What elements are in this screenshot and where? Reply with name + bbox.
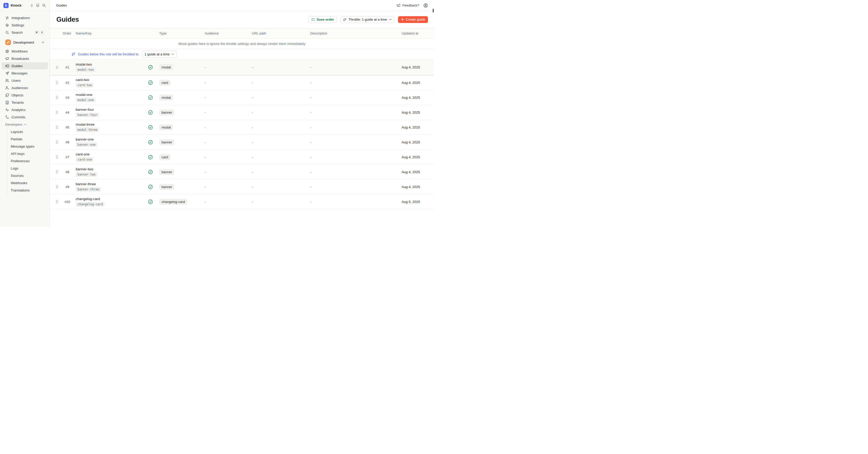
drag-handle[interactable] (50, 81, 61, 85)
guide-row[interactable]: #10 changelog-card changelog-card change… (50, 194, 434, 209)
guide-type-cell: card (158, 80, 203, 86)
drag-handle[interactable] (50, 155, 61, 159)
guide-type-badge: banner (159, 139, 174, 145)
guide-row[interactable]: #2 card-two card-two card - - - Aug 4, 2… (50, 75, 434, 90)
guide-row[interactable]: #9 banner-three banner-three banner - - … (50, 179, 434, 194)
guide-updated-at: Aug 4, 2025 (400, 170, 434, 174)
drag-handle[interactable] (50, 95, 61, 100)
sidebar-item-logs[interactable]: Logs (7, 165, 50, 172)
guide-type-cell: banner (158, 109, 203, 115)
column-header-order: Order (61, 31, 73, 35)
throttle-dropdown-button[interactable]: Throttle: 1 guide at a time (340, 16, 394, 23)
drag-handle[interactable] (50, 110, 61, 114)
guide-status-cell (143, 170, 158, 174)
workspace-header: k Knock (0, 0, 50, 11)
drag-handle[interactable] (50, 170, 61, 174)
guide-updated-at: Aug 4, 2025 (400, 140, 434, 144)
search-icon[interactable] (42, 3, 46, 7)
drag-dots-icon (55, 155, 59, 159)
guide-order: #9 (61, 185, 73, 189)
breadcrumb: Guides (56, 3, 396, 7)
users-icon (5, 79, 9, 83)
feedback-button[interactable]: Feedback? (396, 3, 419, 7)
guide-name: card-two (76, 78, 89, 82)
sidebar-item-audiences[interactable]: Audiences (2, 84, 48, 91)
gear-icon (5, 23, 9, 27)
sidebar-item-tenants[interactable]: Tenants (2, 99, 48, 106)
sidebar-item-guides[interactable]: Guides (2, 62, 48, 69)
developers-subnav: Layouts Partials Message types API keys … (7, 128, 50, 194)
chevron-down-icon (172, 53, 174, 55)
create-guide-button[interactable]: Create guide (398, 16, 428, 23)
sidebar-item-sources[interactable]: Sources (7, 172, 50, 179)
column-header-type: Type (158, 31, 203, 35)
guide-name-cell: card-two card-two (73, 78, 143, 87)
guide-type-badge: banner (159, 169, 174, 175)
developers-section-toggle[interactable]: Developers (0, 121, 50, 128)
sidebar-item-settings[interactable]: Settings (2, 22, 48, 29)
guide-name-cell: card-one card-one (73, 152, 143, 162)
throttle-divider-label: Guides below this row will be throttled … (78, 52, 138, 56)
drag-handle[interactable] (50, 185, 61, 189)
guide-key-badge: banner-two (76, 172, 97, 177)
sidebar-item-search[interactable]: Search ⌘ K (2, 29, 48, 36)
sidebar-item-commits[interactable]: Commits (2, 113, 48, 121)
guide-order: #10 (61, 200, 73, 204)
sidebar-item-api-keys[interactable]: API keys (7, 150, 50, 157)
guide-type-cell: modal (158, 64, 203, 70)
sidebar-item-analytics[interactable]: Analytics (2, 106, 48, 113)
guide-row[interactable]: #7 card-one card-one card - - - Aug 4, 2… (50, 150, 434, 165)
drag-dots-icon (55, 170, 59, 174)
guide-order: #8 (61, 170, 73, 174)
topbar: Guides Feedback? (50, 0, 434, 11)
guide-type-badge: banner (159, 109, 174, 115)
user-avatar-icon[interactable] (423, 3, 428, 8)
environment-switcher[interactable]: Development (2, 38, 48, 47)
guide-description: - (308, 81, 400, 85)
guide-order: #3 (61, 95, 73, 100)
sidebar-item-broadcasts[interactable]: Broadcasts (2, 55, 48, 62)
guide-type-cell: card (158, 154, 203, 160)
sidebar-item-translations[interactable]: Translations (7, 187, 50, 194)
guide-row[interactable]: #3 modal-one modal-one modal - - - Aug 4… (50, 90, 434, 105)
sidebar-item-partials[interactable]: Partials (7, 135, 50, 143)
ignore-throttle-dropzone[interactable]: Move guides here to ignore the throttle … (50, 39, 434, 49)
guide-row[interactable]: #6 banner-one banner-one banner - - - Au… (50, 135, 434, 150)
throttle-amount-dropdown[interactable]: 1 guide at a time (142, 51, 177, 58)
app-window: k Knock Integrations Settin (0, 0, 434, 227)
guide-name: banner-three (76, 182, 96, 186)
drag-handle[interactable] (50, 200, 61, 204)
guide-status-cell (143, 65, 158, 70)
workspace-switcher-icon[interactable] (30, 4, 33, 7)
drag-handle[interactable] (50, 65, 61, 69)
objects-icon (5, 93, 9, 97)
guide-row[interactable]: #8 banner-two banner-two banner - - - Au… (50, 165, 434, 179)
guide-row[interactable]: #1 modal-two modal-two modal - - - Aug 4… (50, 60, 434, 75)
save-order-button[interactable]: Save order (308, 16, 337, 23)
drag-handle[interactable] (50, 140, 61, 144)
sidebar-item-messages[interactable]: Messages (2, 69, 48, 77)
status-check-icon (148, 140, 153, 145)
guide-row[interactable]: #5 modal-three modal-three modal - - - A… (50, 120, 434, 135)
sidebar-item-message-types[interactable]: Message types (7, 143, 50, 150)
guide-description: - (308, 185, 400, 189)
guide-order: #4 (61, 111, 73, 114)
sidebar-item-integrations[interactable]: Integrations (2, 14, 48, 22)
drag-dots-icon (55, 140, 59, 144)
sidebar-item-layouts[interactable]: Layouts (7, 128, 50, 135)
sidebar-item-objects[interactable]: Objects (2, 91, 48, 99)
sidebar-item-preferences[interactable]: Preferences (7, 157, 50, 165)
sidebar-item-webhooks[interactable]: Webhooks (7, 179, 50, 187)
guide-order: #2 (61, 81, 73, 85)
column-header-name-key: Name/Key (73, 31, 143, 35)
guide-row[interactable]: #4 banner-four banner-four banner - - - … (50, 105, 434, 120)
sidebar-item-workflows[interactable]: Workflows (2, 48, 48, 55)
sidebar-item-users[interactable]: Users (2, 77, 48, 84)
notifications-bell-icon[interactable] (36, 3, 40, 7)
drag-handle[interactable] (50, 125, 61, 129)
guide-name: modal-one (76, 93, 92, 97)
scrollbar-thumb[interactable] (433, 9, 434, 12)
status-check-icon (148, 65, 153, 70)
guide-type-cell: modal (158, 124, 203, 130)
table-header-row: Order Name/Key Type Audience URL path De… (50, 28, 434, 39)
